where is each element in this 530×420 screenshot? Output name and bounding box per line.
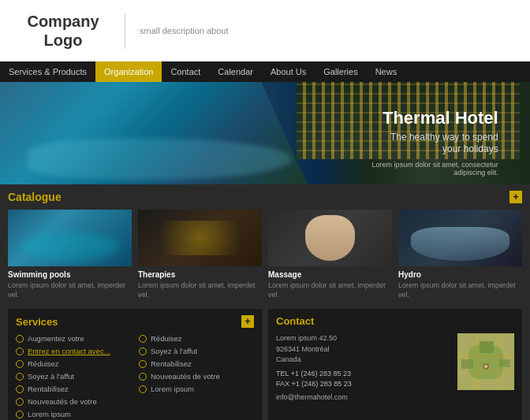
lower-sections: Services + Augmentez votre Entrez en con… (0, 309, 530, 420)
services-title: Services (16, 316, 58, 328)
service-bullet (16, 398, 24, 406)
service-item: Soyez à l'affut (16, 372, 131, 381)
service-item[interactable]: Entrez en contact avec... (16, 347, 131, 355)
contact-email[interactable]: info@thermahotel.com (276, 393, 451, 401)
svg-point-9 (483, 363, 489, 370)
hero-title: Thermal Hotel (356, 108, 498, 128)
catalogue-item-name-therapies: Therapies (138, 270, 262, 279)
catalogue-item-desc-pools: Lorem ipsum dolor sit amet, imperdet vel… (8, 281, 132, 299)
pool-highlight (27, 139, 292, 180)
catalogue-title: Catalogue (8, 191, 62, 203)
service-item: Nouveautés de votre (16, 397, 131, 406)
catalogue-items: Swimming pools Lorem ipsum dolor sit ame… (8, 210, 522, 299)
service-bullet (16, 411, 24, 418)
catalogue-item-desc-hydro: Lorem ipsum dolor sit amet, imperdet vel… (398, 281, 522, 299)
service-bullet (139, 385, 147, 393)
catalogue-item-desc-massage: Lorem ipsum dolor sit amet, imperdet vel… (268, 281, 392, 299)
catalogue-item-hydro: Hydro Lorem ipsum dolor sit amet, imperd… (398, 210, 522, 299)
company-logo: Company Logo (27, 12, 99, 50)
contact-title: Contact (276, 315, 514, 327)
service-bullet (16, 360, 24, 368)
logo-area: Company Logo (16, 12, 110, 50)
catalogue-section: Catalogue + Swimming pools Lorem ipsum d… (0, 184, 530, 309)
nav-item-calendar[interactable]: Calendar (209, 61, 262, 82)
main-nav: Services & Products Organization Contact… (0, 61, 530, 82)
catalogue-item-name-hydro: Hydro (398, 270, 522, 279)
services-expand-button[interactable]: + (241, 315, 254, 328)
services-section: Services + Augmentez votre Entrez en con… (8, 309, 262, 420)
hero-lorem: Lorem ipsum dolor sit amet, consectetur … (356, 161, 498, 177)
catalogue-header: Catalogue + (8, 191, 522, 203)
contact-address: Lorem ipsum 42.50 926341 Montréal Canada (276, 333, 451, 366)
service-bullet (139, 348, 147, 355)
contact-section: Contact Lorem ipsum 42.50 926341 Montréa… (268, 309, 522, 420)
hero-section: Thermal Hotel The healthy way to spendyo… (0, 82, 530, 184)
catalogue-img-pools (8, 210, 132, 266)
svg-rect-7 (461, 359, 473, 369)
nav-item-contact[interactable]: Contact (162, 61, 209, 82)
contact-info: Lorem ipsum 42.50 926341 Montréal Canada… (276, 333, 451, 401)
catalogue-expand-button[interactable]: + (509, 191, 522, 203)
service-item: Augmentez votre (16, 334, 131, 343)
service-bullet (16, 385, 24, 393)
service-item: Réduisez (139, 334, 254, 343)
service-item: Nouveautés de votre (139, 372, 254, 381)
catalogue-item-therapies: Therapies Lorem ipsum dolor sit amet, im… (138, 210, 262, 299)
nav-item-about[interactable]: About Us (262, 61, 315, 82)
catalogue-item-name-massage: Massage (268, 270, 392, 279)
catalogue-item-name-pools: Swimming pools (8, 270, 132, 279)
service-bullet (139, 373, 147, 381)
nav-item-galleries[interactable]: Galleries (315, 61, 366, 82)
services-col-2: Réduisez Soyez à l'affut Rentabilisez (139, 334, 254, 420)
hero-subtitle: The healthy way to spendyour holidays (356, 132, 498, 156)
header: Company Logo small description about (0, 0, 530, 61)
nav-item-services-products[interactable]: Services & Products (0, 61, 95, 82)
catalogue-img-massage (268, 210, 392, 266)
service-item: Lorem ipsum (16, 410, 131, 418)
service-bullet (16, 335, 24, 343)
nav-item-organization[interactable]: Organization (95, 61, 162, 82)
svg-point-10 (484, 365, 487, 368)
catalogue-item-pools: Swimming pools Lorem ipsum dolor sit ame… (8, 210, 132, 299)
service-bullet (16, 373, 24, 381)
main-content: Catalogue + Swimming pools Lorem ipsum d… (0, 184, 530, 420)
service-item: Soyez à l'affut (139, 347, 254, 355)
map-roads (457, 333, 514, 390)
hero-text: Thermal Hotel The healthy way to spendyo… (356, 108, 498, 177)
contact-tel: TEL +1 (246) 283 85 23 FAX +1 (246) 283 … (276, 369, 451, 390)
services-header: Services + (16, 315, 254, 328)
services-content: Augmentez votre Entrez en contact avec..… (16, 334, 254, 420)
catalogue-item-massage: Massage Lorem ipsum dolor sit amet, impe… (268, 210, 392, 299)
catalogue-img-hydro (398, 210, 522, 266)
service-bullet (139, 360, 147, 368)
contact-content: Lorem ipsum 42.50 926341 Montréal Canada… (276, 333, 514, 401)
nav-item-news[interactable]: News (367, 61, 406, 82)
svg-rect-6 (480, 341, 494, 353)
header-divider (125, 13, 125, 49)
service-bullet (16, 348, 24, 355)
catalogue-img-therapies (138, 210, 262, 266)
header-description: small description about (140, 26, 229, 35)
service-bullet (139, 335, 147, 343)
service-item: Rentabilisez (139, 359, 254, 368)
catalogue-item-desc-therapies: Lorem ipsum dolor sit amet, imperdet vel… (138, 281, 262, 299)
service-item: Lorem ipsum (139, 385, 254, 393)
services-col-1: Augmentez votre Entrez en contact avec..… (16, 334, 131, 420)
service-item: Réduisez (16, 359, 131, 368)
page-wrapper: Company Logo small description about Ser… (0, 0, 530, 420)
service-item: Rentabilisez (16, 385, 131, 393)
map-placeholder (457, 333, 514, 390)
svg-rect-8 (499, 359, 510, 367)
